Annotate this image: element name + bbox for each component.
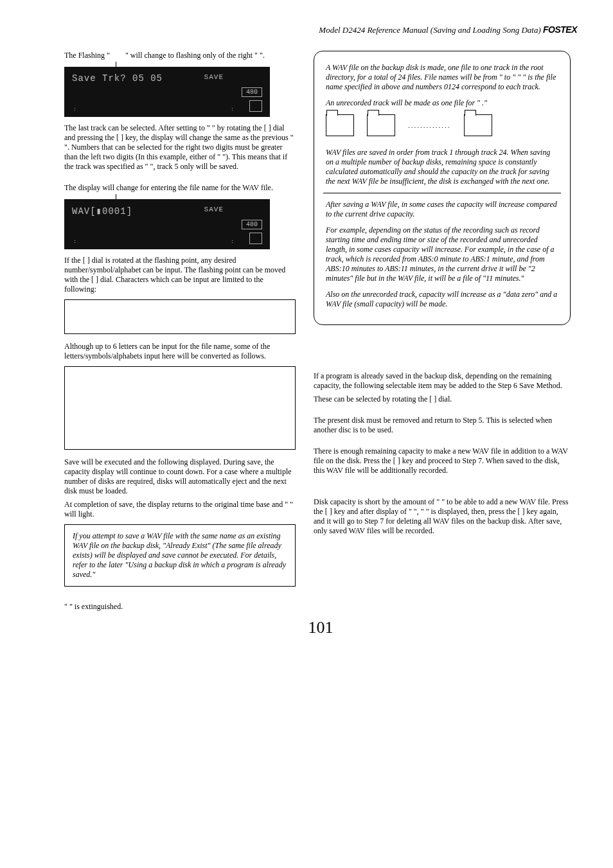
lcd-screenshot-2: WAV[▮0001] SAVE 480 :: — [64, 199, 270, 249]
lcd1-tag: SAVE — [204, 73, 224, 81]
lcd-screenshot-1: Save Trk? 05 05 SAVE 480 :: — [64, 67, 270, 117]
character-set-box — [64, 299, 296, 334]
para-completion: At completion of save, the display retur… — [64, 500, 296, 519]
note-p6: Also on the unrecorded track, capacity w… — [326, 290, 558, 309]
para-display-change: The display will change for entering the… — [64, 183, 296, 193]
note-p5: For example, depending on the status of … — [326, 226, 558, 283]
folder-icon — [367, 114, 395, 136]
page-number: 101 — [64, 618, 577, 637]
brand-logo: FOSTEX — [543, 24, 577, 35]
warning-already-exist: If you attempt to save a WAV file with t… — [64, 524, 296, 587]
left-column: The Flashing " " will change to flashing… — [64, 51, 296, 616]
header-title: Model D2424 Reference Manual (Saving and… — [319, 25, 540, 35]
folder-icon — [326, 114, 354, 136]
lcd2-badge: 480 — [242, 220, 262, 229]
lcd2-tag: SAVE — [204, 206, 224, 213]
para-flashing: The Flashing " " will change to flashing… — [64, 51, 296, 60]
para-dial-rotate: If the [ ] dial is rotated at the flashi… — [64, 256, 296, 294]
folder-icon — [464, 114, 492, 136]
para-present-disk: The present disk must be removed and ret… — [314, 416, 571, 435]
note-p4: After saving a WAV file, in some cases t… — [326, 200, 558, 219]
para-selected-by: These can be selected by rotating the [ … — [314, 394, 571, 404]
para-disk-short: Disk capacity is short by the amount of … — [314, 497, 571, 536]
lcd1-badge: 480 — [242, 87, 262, 97]
right-column: A WAV file on the backup disk is made, o… — [314, 51, 571, 616]
ellipsis-icon: .............. — [408, 121, 451, 129]
para-last-track: The last track can be selected. After se… — [64, 123, 296, 172]
para-enough-capacity: There is enough remaining capacity to ma… — [314, 447, 571, 475]
para-extinguished: " " is extinguished. — [64, 602, 296, 612]
lcd2-line1: WAV[▮0001] — [72, 206, 262, 217]
folder-diagram: .............. — [326, 114, 558, 136]
para-save-exec: Save will be executed and the following … — [64, 457, 296, 496]
note-p1: A WAV file on the backup disk is made, o… — [326, 63, 558, 92]
page-header: Model D2424 Reference Manual (Saving and… — [64, 24, 577, 35]
para-already-saved: If a program is already saved in the bac… — [314, 371, 571, 391]
para-six-letters: Although up to 6 letters can be input fo… — [64, 342, 296, 361]
lcd1-line1: Save Trk? 05 05 — [72, 73, 262, 84]
note-box-wav: A WAV file on the backup disk is made, o… — [314, 51, 571, 325]
note-p2: An unrecorded track will be made as one … — [326, 98, 558, 108]
note-p3: WAV files are saved in order from track … — [326, 148, 558, 186]
conversion-table-box — [64, 366, 296, 450]
